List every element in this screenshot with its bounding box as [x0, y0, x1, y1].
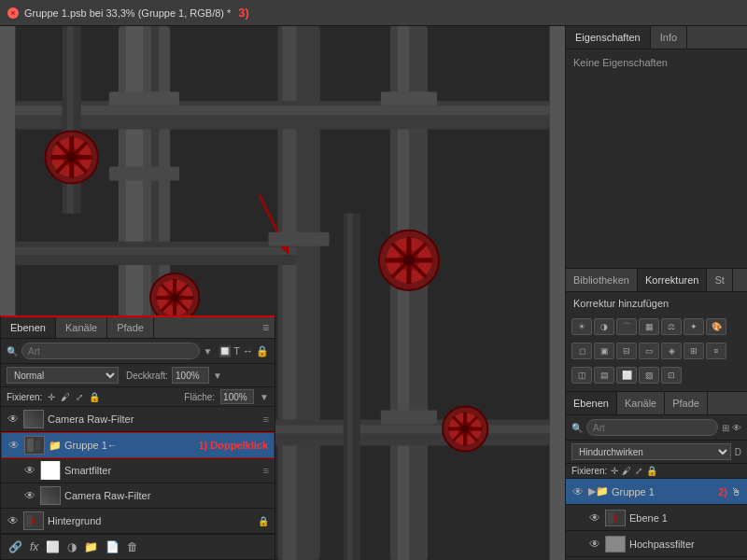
new-layer-icon[interactable]: 📄	[104, 539, 121, 555]
right-layers-panel: Ebenen Kanäle Pfade 🔍 ⊞ 👁 Hindurchwirken…	[566, 392, 747, 560]
panel-menu-left[interactable]: ≡	[257, 317, 275, 338]
left-fix-row: Fixieren: ✛ 🖌 ⤢ 🔒 Fläche: ▼	[1, 387, 275, 407]
fix-icon-brush[interactable]: 🖌	[61, 392, 70, 402]
folder-tool-icon[interactable]: 📁	[82, 539, 100, 555]
tab-pfade-left[interactable]: Pfade	[107, 317, 154, 338]
bottom-toolbar-left: 🔗 fx ⬜ ◑ 📁 📄 🗑	[1, 534, 275, 559]
annotation-3: 3)	[238, 6, 249, 20]
layer-row-gruppe1[interactable]: 👁 📁 Gruppe 1← 1) Doppelklick	[1, 432, 275, 458]
right-search-row: 🔍 ⊞ 👁	[566, 415, 747, 441]
adjustment-icon[interactable]: ◑	[65, 539, 78, 555]
annotation-doppelklick: 1) Doppelklick	[198, 440, 268, 451]
layer-search-right[interactable]	[586, 419, 718, 436]
korr-icon-channel[interactable]: ⊟	[616, 343, 637, 359]
fx-label[interactable]: fx	[28, 539, 40, 555]
blend-mode-select-left[interactable]: Normal	[7, 367, 119, 384]
layer-search-left[interactable]	[21, 343, 200, 359]
fix-brush-right[interactable]: 🖌	[622, 466, 631, 476]
layer-thumb-gruppe1	[24, 436, 45, 455]
right-layer-name-hochpass: Hochpassfilter	[629, 539, 741, 550]
fix-icon-lock[interactable]: 🔒	[89, 392, 100, 402]
korr-icon-hue[interactable]: 🎨	[706, 318, 726, 335]
blend-mode-select-right[interactable]: Hindurchwirken	[571, 443, 731, 460]
right-layer-row-ebene1[interactable]: 👁 Ebene 1	[566, 505, 747, 531]
dropdown-icon-left[interactable]: ▼	[204, 346, 213, 357]
korr-icon-posterize[interactable]: ≡	[706, 343, 726, 359]
korr-icon-exposure[interactable]: ▤	[594, 367, 614, 384]
korrekturen-icons-row1: ☀ ◑ ⌒ ▦ ⚖ ✦ 🎨	[566, 315, 747, 339]
tab-bibliotheken[interactable]: Bibliotheken	[566, 269, 638, 291]
fill-dropdown[interactable]: ▼	[260, 392, 269, 402]
fix-pos-right[interactable]: ✛	[611, 466, 618, 476]
korr-icon-colorbalance[interactable]: ⚖	[661, 318, 682, 335]
fix-icon-position[interactable]: ✛	[48, 392, 55, 402]
search-icons-right: ⊞ 👁	[722, 423, 741, 433]
tab-info[interactable]: Info	[651, 26, 687, 49]
svg-rect-62	[41, 461, 60, 480]
right-layer-name-ebene1: Ebene 1	[629, 512, 741, 524]
korr-icon-gradient[interactable]: ▭	[639, 343, 659, 359]
layer-options-smartfilter[interactable]: ≡	[263, 465, 269, 476]
fix-move-right[interactable]: ⤢	[635, 466, 642, 476]
layer-name-gruppe1: Gruppe 1←	[64, 440, 196, 451]
tab-pfade-right[interactable]: Pfade	[665, 392, 708, 414]
blend-d-label: D	[735, 447, 741, 457]
tab-kanaele-left[interactable]: Kanäle	[56, 317, 107, 338]
layer-row-smartfilter[interactable]: 👁 Smartfilter ≡	[1, 458, 275, 483]
right-layer-name-gruppe1: Gruppe 1	[612, 486, 716, 497]
layer-vis-camera-raw-inner[interactable]: 👁	[23, 489, 36, 502]
right-layer-row-hochpass[interactable]: 👁 Hochpassfilter	[566, 531, 747, 557]
layer-row-hintergrund[interactable]: 👁 Hintergrund 🔒	[1, 509, 275, 534]
korr-icon-selectivecolor[interactable]: ◈	[661, 343, 682, 359]
link-icon[interactable]: 🔗	[7, 539, 24, 555]
layer-name-smartfilter: Smartfilter	[64, 465, 263, 476]
korr-icon-threshold[interactable]: ⊞	[684, 343, 704, 359]
korr-icon-invert[interactable]: ◫	[571, 367, 592, 384]
korr-icon-hsl[interactable]: ◑	[594, 318, 614, 335]
fix-lock-right[interactable]: 🔒	[646, 466, 657, 476]
opacity-dropdown[interactable]: ▼	[213, 371, 222, 381]
layer-name-camera-raw-top: Camera Raw-Filter	[48, 413, 263, 425]
layer-vis-smartfilter[interactable]: 👁	[23, 464, 36, 477]
right-vis-ebene1[interactable]: 👁	[588, 511, 601, 525]
fill-input[interactable]	[220, 389, 254, 404]
left-search-row: 🔍 ▼ 🔲 T ↔ 🔒	[1, 339, 275, 364]
korr-icon-curves[interactable]: ⌒	[616, 318, 637, 335]
canvas-area[interactable]: Ebenen Kanäle Pfade ≡ 🔍 ▼ 🔲 T ↔ 🔒 No	[0, 26, 565, 560]
main-layout: Ebenen Kanäle Pfade ≡ 🔍 ▼ 🔲 T ↔ 🔒 No	[0, 26, 747, 560]
korr-icon-gradient2[interactable]: ▨	[639, 367, 659, 384]
tab-st[interactable]: St	[707, 269, 732, 291]
layer-thumb-camera-raw-top	[23, 410, 44, 428]
tab-kanaele-right[interactable]: Kanäle	[617, 392, 665, 414]
layer-vis-camera-raw-filter-top[interactable]: 👁	[7, 413, 20, 426]
korr-icon-levels[interactable]: ▦	[639, 318, 659, 335]
fix-icon-move[interactable]: ⤢	[76, 392, 83, 402]
right-vis-gruppe1[interactable]: 👁	[571, 485, 585, 498]
tab-eigenschaften[interactable]: Eigenschaften	[566, 26, 651, 49]
opacity-input[interactable]	[172, 367, 209, 384]
korr-icon-pattern[interactable]: ⊡	[661, 367, 682, 384]
layer-vis-hintergrund[interactable]: 👁	[7, 514, 20, 527]
layer-row-camera-raw-inner[interactable]: 👁 Camera Raw-Filter	[1, 483, 275, 509]
right-layer-row-gruppe1[interactable]: 👁 ▶📁 Gruppe 1 2) 🖱	[566, 479, 747, 505]
korr-icon-vibrance[interactable]: ✦	[684, 318, 704, 335]
korr-icon-photo[interactable]: ▣	[594, 343, 614, 359]
tab-korrekturen[interactable]: Korrekturen	[638, 269, 707, 291]
tab-ebenen-left[interactable]: Ebenen	[1, 317, 56, 338]
mask-icon[interactable]: ⬜	[44, 539, 62, 555]
layer-options-top[interactable]: ≡	[263, 413, 269, 425]
layer-row-camera-raw-filter-top[interactable]: 👁 Camera Raw-Filter ≡	[1, 407, 275, 432]
right-vis-hochpass[interactable]: 👁	[588, 538, 601, 551]
no-properties-text: Keine Eigenschaften	[573, 57, 668, 68]
right-layers-tabs: Ebenen Kanäle Pfade	[566, 392, 747, 415]
layer-thumb-smartfilter	[40, 461, 61, 480]
folder-icon-gruppe1: 📁	[49, 440, 62, 452]
layer-vis-gruppe1[interactable]: 👁	[7, 439, 21, 452]
delete-layer-icon[interactable]: 🗑	[125, 539, 140, 555]
korr-icon-brightness[interactable]: ☀	[571, 318, 592, 335]
close-button[interactable]: ×	[7, 7, 19, 19]
korrekturen-icons-row3: ◫ ▤ ⬜ ▨ ⊡	[566, 363, 747, 387]
tab-ebenen-right[interactable]: Ebenen	[566, 392, 617, 414]
korr-icon-solid[interactable]: ⬜	[616, 367, 637, 384]
korr-icon-bw[interactable]: ◻	[571, 343, 592, 359]
